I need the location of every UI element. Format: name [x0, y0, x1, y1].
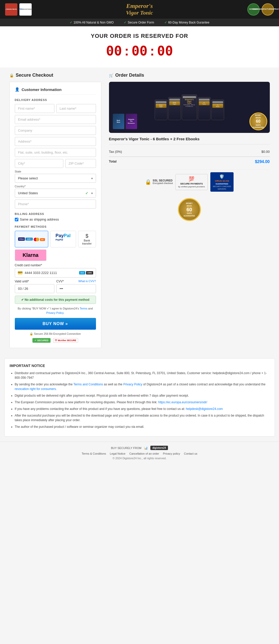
- visa-icon: VISA: [18, 237, 25, 241]
- notice-item-1: Distributor and contractual partner is D…: [15, 371, 270, 380]
- secured-badge: ✓ SECURED: [32, 338, 51, 343]
- bottles-display: EmpVigor EmpVigor Emperor'sVigorTonic NA…: [155, 95, 224, 120]
- total-value: $294.00: [255, 159, 270, 164]
- privacy-policy-link[interactable]: Privacy Policy: [123, 383, 142, 386]
- klarna-option[interactable]: Klarna: [15, 249, 46, 261]
- footer-legal-link[interactable]: Legal Notice: [110, 452, 125, 455]
- valid-until-input[interactable]: [15, 284, 54, 293]
- terms-link[interactable]: Terms: [80, 307, 87, 310]
- notice-list: Distributor and contractual partner is D…: [10, 371, 270, 429]
- country-select-wrapper: United States ▼ ✓: [15, 189, 96, 198]
- product-title: Emperor's Vigor Tonic - 6 Bottles + 2 Fr…: [109, 137, 270, 144]
- mcafee-badge: 🛡 McAfee SECURE: [53, 338, 78, 343]
- virus-scan-badge: 🛡️ VIRUS SCAN GUARANTEED SECURITY CHECKE…: [210, 172, 234, 192]
- cc-number-field: Credit card number* 💳 link 1006: [15, 263, 96, 278]
- state-label: State: [15, 170, 96, 173]
- money-back-seal-large: MONEY BACK 60 DAYS GUARANTEE: [178, 198, 201, 221]
- last-name-input[interactable]: [56, 104, 96, 113]
- company-input[interactable]: [15, 126, 96, 135]
- credit-card-option[interactable]: VISA AMEX DC: [15, 231, 48, 247]
- footer-buy-row: BUY SECURELY FROM 📊 digistore24: [5, 446, 274, 450]
- product-image: EmpVigor EmpVigor Emperor'sVigorTonic NA…: [109, 82, 270, 133]
- helpdesk-link[interactable]: helpdesk@digistore24.com: [186, 407, 223, 411]
- ebook-2: ReigniteTheRomance: [126, 114, 137, 129]
- address-input[interactable]: [15, 137, 96, 146]
- cc-number-input[interactable]: [25, 271, 79, 275]
- email-input[interactable]: [15, 115, 96, 124]
- timer-hours: 00: [106, 43, 122, 59]
- cvv-input[interactable]: [56, 284, 96, 293]
- paypal-option[interactable]: PayPal PayPal: [50, 231, 76, 247]
- address-row: [15, 137, 96, 146]
- check-icon-1: ✓: [70, 21, 72, 24]
- what-is-cvv-link[interactable]: What is CVV?: [78, 280, 96, 283]
- dollar-icon: $: [82, 233, 92, 239]
- privacy-link[interactable]: Privacy Policy.: [46, 311, 64, 314]
- billing-section: BILLING ADDRESS Same as shipping address: [15, 212, 96, 221]
- person-icon: 👤: [15, 87, 20, 92]
- order-totals: Tax (0%) $0.00 Total $294.00: [109, 148, 270, 166]
- state-select[interactable]: Please select: [15, 174, 96, 183]
- trust-item-natural: ✓ 100% All Natural & Non GMO: [70, 21, 114, 24]
- bank-label: Bank transfer: [82, 239, 92, 245]
- footer-terms-link[interactable]: Terms & Conditions: [82, 452, 106, 455]
- zip-input[interactable]: [65, 159, 96, 168]
- mcafee-icon: 🛡: [55, 339, 57, 342]
- ssl-badge: 🔒 SSL SECURED Encrypted checkout: [145, 179, 173, 185]
- tax-value: $0.00: [261, 150, 270, 154]
- footer-cancellation-link[interactable]: Cancellation of an order: [129, 452, 159, 455]
- check-icon-3: ✓: [164, 21, 167, 24]
- footer-privacy-link[interactable]: Privacy policy: [163, 452, 180, 455]
- address2-input[interactable]: [15, 148, 96, 157]
- footer-contact-link[interactable]: Contact us: [184, 452, 197, 455]
- header: 🇺🇸MADE INUSA FDA REGISTERED Emperor's Vi…: [0, 0, 279, 19]
- money-back-large-seal: MONEY BACK 60 DAYS GUARANTEE: [109, 198, 270, 221]
- delivery-label: DELIVERY ADDRESS: [15, 98, 96, 101]
- phone-input[interactable]: [15, 200, 96, 209]
- footer-copyright: © 2024 Digistore24 Inc., all rights rese…: [5, 457, 274, 460]
- same-shipping-checkbox[interactable]: [15, 218, 18, 221]
- bottle-5: r'sTonic: [211, 100, 224, 120]
- same-as-shipping-row: Same as shipping address: [15, 217, 96, 221]
- terms-conditions-link[interactable]: Terms and Conditions: [73, 383, 103, 386]
- timer-seconds: 00: [157, 43, 173, 59]
- seal-days-label: DAYS: [256, 124, 261, 126]
- first-name-input[interactable]: [15, 104, 54, 113]
- notice-item-4: The European Commission provides a new p…: [15, 400, 270, 405]
- discover-icon: DC: [40, 238, 45, 241]
- header-left-badges: 🇺🇸MADE INUSA FDA REGISTERED: [5, 3, 32, 16]
- money-back-seal-small: MONEYBACK 60 DAYS GUARANTEE: [249, 112, 267, 130]
- cc-bottom-row: Valid until* CVV* What is CVV?: [15, 280, 96, 293]
- ssl-text: SSL SECURED Encrypted checkout: [153, 179, 173, 185]
- cc-badges: link 1006: [79, 271, 93, 274]
- security-logos: ✓ SECURED 🛡 McAfee SECURE: [15, 338, 96, 343]
- total-row: Total $294.00: [109, 156, 270, 166]
- shield-icon: 🛡️: [213, 174, 231, 179]
- terms-text: By clicking "BUY NOW »" I agree to Digis…: [15, 306, 96, 315]
- notice-item-6: After the successful purchase you will b…: [15, 413, 270, 422]
- country-select[interactable]: United States: [15, 189, 96, 198]
- billing-title: BILLING ADDRESS: [15, 212, 96, 215]
- state-select-wrapper: Please select ▼: [15, 174, 96, 183]
- digistore-icon: 📊: [144, 446, 148, 450]
- eu-odr-link[interactable]: https://ec.europa.eu/consumers/odr/: [158, 400, 207, 404]
- city-input[interactable]: [15, 159, 63, 168]
- phone-row: [15, 200, 96, 209]
- notice-item-3: Digital products will be delivered right…: [15, 393, 270, 398]
- card-icons-2: DC: [34, 238, 45, 241]
- bank-transfer-option[interactable]: $ Bank transfer: [78, 231, 96, 247]
- brand-logo: Emperor's Vigor Tonic: [126, 3, 153, 16]
- ebook-1: BedrMast: [113, 114, 124, 129]
- payment-title: PAYMENT METHODS: [15, 225, 96, 228]
- footer-links: Terms & Conditions Legal Notice Cancella…: [5, 452, 274, 455]
- timer-colon-1: :: [125, 43, 129, 59]
- footer: BUY SECURELY FROM 📊 digistore24 Terms & …: [0, 442, 279, 464]
- bottle-1: EmpVigor: [155, 100, 167, 120]
- order-section: 🛒 Order Details EmpVigor EmpVigor Empero…: [109, 73, 270, 221]
- revocation-link[interactable]: revocation right for consumers.: [15, 387, 57, 391]
- buy-now-button[interactable]: BUY NOW »: [15, 318, 96, 330]
- valid-until-field: Valid until*: [15, 280, 54, 293]
- digistore-logo: digistore24: [150, 446, 168, 450]
- buy-securely-text: BUY SECURELY FROM: [111, 446, 141, 450]
- tax-row: Tax (0%) $0.00: [109, 148, 270, 155]
